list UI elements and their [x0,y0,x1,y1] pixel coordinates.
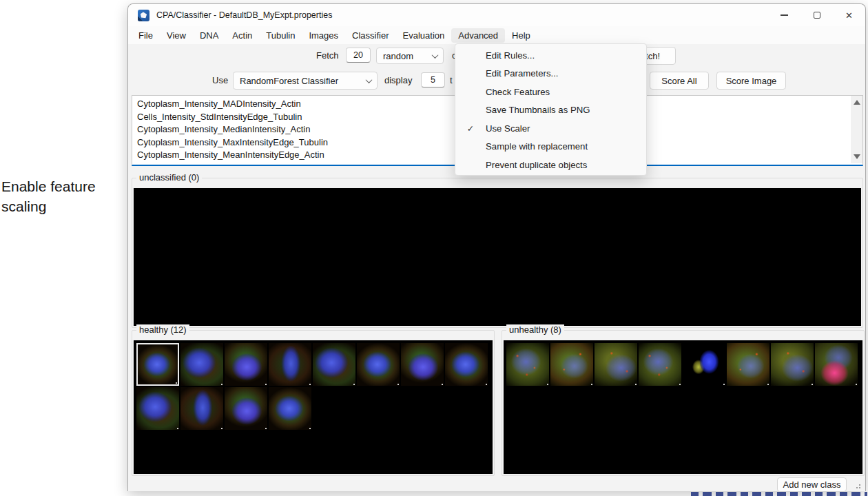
menu-dna[interactable]: DNA [193,28,225,43]
classifier-select[interactable]: RandomForest Classifier [233,72,378,90]
healthy-bin-label: healthy (12) [136,324,189,335]
menu-item-edit-parameters[interactable]: Edit Parameters... [455,65,646,83]
cell-thumbnail[interactable] [269,387,311,430]
cell-thumbnail[interactable] [180,387,223,430]
scroll-down-icon[interactable] [854,154,860,159]
cell-thumbnail[interactable] [136,387,179,430]
minimize-icon [781,14,788,15]
menu-evaluation[interactable]: Evaluation [396,28,452,43]
use-label: Use [212,75,228,85]
menu-item-label: Prevent duplicate objects [486,160,646,170]
cell-thumbnail[interactable] [225,387,267,430]
healthy-thumbnails [134,340,493,433]
clipped-text-fragment [691,492,867,496]
menu-classifier[interactable]: Classifier [345,28,395,43]
display-count-input[interactable] [421,72,445,87]
checkmark-icon: ✓ [455,123,486,134]
cell-thumbnail[interactable] [313,343,355,386]
minimize-button[interactable] [768,4,800,26]
feature-list-scrollbar[interactable] [851,96,862,163]
display-label: display [384,75,412,85]
app-icon [138,10,149,21]
cell-thumbnail[interactable] [771,343,814,386]
menu-view[interactable]: View [160,28,193,43]
menu-item-label: Check Features [486,87,646,97]
cell-thumbnail[interactable] [225,343,267,386]
advanced-dropdown-menu: Edit Rules... Edit Parameters... Check F… [455,43,647,176]
menu-item-edit-rules[interactable]: Edit Rules... [455,46,646,65]
fetch-mode-select[interactable]: random [376,48,444,64]
cell-thumbnail[interactable] [269,343,311,386]
menu-item-label: Sample with replacement [486,141,646,152]
unclassified-bin: unclassified (0) [132,178,863,328]
cell-thumbnail[interactable] [815,343,858,386]
task-instruction-text: Enable feature scaling [1,176,122,216]
cell-thumbnail-selected[interactable] [136,343,179,386]
cell-thumbnail[interactable] [683,343,725,386]
cell-thumbnail[interactable] [550,343,593,386]
fetch-mode-value: random [383,51,433,61]
fetch-label: Fetch [316,50,339,61]
chevron-down-icon [366,76,373,83]
menu-item-use-scaler[interactable]: ✓ Use Scaler [455,119,646,138]
titlebar: CPA/Classifier - DefaultDB_MyExpt.proper… [128,4,865,26]
score-all-button[interactable]: Score All [650,72,709,90]
menubar: File View DNA Actin Tubulin Images Class… [128,26,865,44]
cell-thumbnail[interactable] [401,343,444,386]
cell-thumbnail[interactable] [595,343,637,386]
close-icon: ✕ [845,11,853,20]
cell-thumbnail[interactable] [357,343,400,386]
healthy-bin-canvas[interactable] [134,340,493,474]
menu-item-label: Use Scaler [486,123,646,134]
window-title: CPA/Classifier - DefaultDB_MyExpt.proper… [156,10,332,20]
menu-item-label: Edit Rules... [486,50,646,61]
classifier-value: RandomForest Classifier [240,76,366,86]
fetch-count-input[interactable] [346,48,371,63]
window-controls: ✕ [768,4,865,26]
maximize-button[interactable] [800,4,833,26]
add-new-class-button[interactable]: Add new class [777,477,847,492]
cell-thumbnail[interactable] [639,343,681,386]
healthy-bin: healthy (12) [132,330,495,476]
menu-help[interactable]: Help [505,28,537,43]
unhealthy-thumbnails [504,340,862,389]
cell-thumbnail[interactable] [506,343,549,386]
unhealthy-bin-canvas[interactable] [504,340,862,474]
menu-item-prevent-duplicate-objects[interactable]: Prevent duplicate objects [455,156,646,174]
chevron-down-icon [432,52,439,59]
menu-images[interactable]: Images [302,28,345,43]
maximize-icon [814,12,820,19]
menu-item-label: Save Thumbnails as PNG [486,105,646,115]
menu-advanced[interactable]: Advanced [451,28,505,43]
close-button[interactable]: ✕ [833,4,865,26]
unhealthy-bin-label: unhealthy (8) [506,324,564,335]
score-image-button[interactable]: Score Image [716,72,786,90]
menu-item-check-features[interactable]: Check Features [455,83,646,101]
unhealthy-bin: unhealthy (8) [502,330,865,476]
scroll-up-icon[interactable] [854,100,860,105]
resize-grip[interactable] [854,482,860,488]
menu-item-label: Edit Parameters... [486,68,646,79]
unclassified-bin-canvas[interactable] [134,188,861,326]
menu-item-sample-with-replacement[interactable]: Sample with replacement [455,138,646,156]
cell-thumbnail[interactable] [445,343,488,386]
menu-actin[interactable]: Actin [225,28,259,43]
menu-item-save-thumbnails[interactable]: Save Thumbnails as PNG [455,101,646,120]
cell-thumbnail[interactable] [727,343,769,386]
cell-thumbnail[interactable] [180,343,223,386]
menu-tubulin[interactable]: Tubulin [259,28,302,43]
unclassified-bin-label: unclassified (0) [136,172,202,183]
menu-file[interactable]: File [132,28,160,43]
occluded-text-fragment-row2: t [450,75,453,85]
